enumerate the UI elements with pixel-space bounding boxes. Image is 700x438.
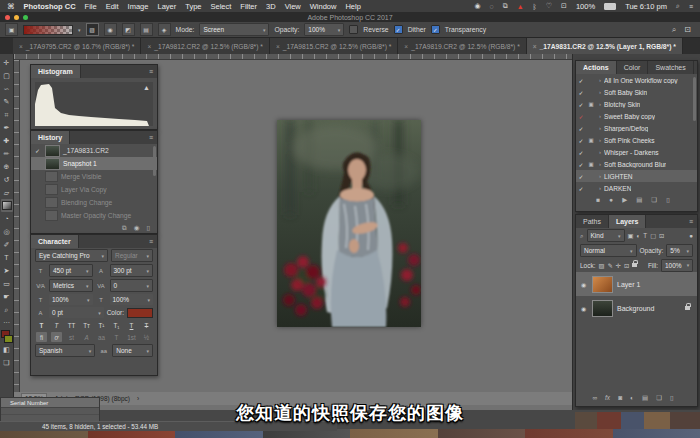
baseline-shift-field[interactable]: 0 pt: [49, 307, 104, 318]
panel-menu-icon[interactable]: ≡: [145, 235, 157, 248]
quick-mask-button[interactable]: ◧: [1, 343, 13, 356]
filter-type-layers-icon[interactable]: T: [643, 232, 647, 239]
tool-healing-brush[interactable]: ✚: [1, 134, 13, 147]
menu-select[interactable]: Select: [211, 2, 232, 11]
action-item-selected[interactable]: ✓›LIGHTEN: [576, 170, 697, 182]
filter-pixel-layers-icon[interactable]: ▣: [628, 232, 634, 239]
menu-3d[interactable]: 3D: [266, 2, 276, 11]
apple-menu[interactable]: ⌘: [7, 2, 15, 11]
adjustments-tab[interactable]: Adjustmen: [694, 61, 697, 74]
action-item[interactable]: ✓›Whisper - Darkens: [576, 146, 697, 158]
tool-crop[interactable]: ⌗: [1, 108, 13, 121]
play-action-icon[interactable]: ▶: [622, 196, 627, 204]
workspace-icon[interactable]: ⊡: [684, 25, 691, 35]
histogram-tab[interactable]: Histogram: [31, 65, 81, 78]
new-document-from-state-icon[interactable]: ⧉: [122, 224, 127, 232]
action-item[interactable]: ✓›All In One Workflow copy: [576, 74, 697, 86]
document-tab[interactable]: ×_17A9812.CR2 @ 12.5% (RGB/8*) *: [141, 38, 269, 54]
action-item[interactable]: ✓›Soft Baby Skin: [576, 86, 697, 98]
histogram-refresh-warning-icon[interactable]: ▲: [143, 84, 150, 91]
layer-filter-kind-select[interactable]: Kind: [587, 229, 625, 242]
warning-icon[interactable]: ▲: [517, 3, 524, 10]
linear-gradient-button[interactable]: ▨: [86, 23, 99, 36]
underline-button[interactable]: T: [126, 320, 137, 330]
faux-bold-button[interactable]: T: [36, 320, 47, 330]
history-item[interactable]: ✓ _17A9831.CR2: [31, 144, 157, 157]
menu-window[interactable]: Window: [310, 2, 337, 11]
bluetooth-icon[interactable]: ᛒ: [533, 3, 537, 10]
tool-path-selection[interactable]: ➤: [1, 264, 13, 277]
new-action-set-icon[interactable]: ▤: [636, 196, 642, 204]
history-item-disabled[interactable]: Master Opacity Change: [31, 209, 157, 222]
color-swatches[interactable]: [1, 330, 13, 343]
actions-scrollbar[interactable]: [693, 77, 696, 121]
layer-thumbnail[interactable]: [592, 300, 613, 317]
swash-button[interactable]: A: [81, 332, 92, 342]
close-tab-icon[interactable]: ×: [404, 43, 408, 50]
tool-marquee[interactable]: ▢: [1, 69, 13, 82]
font-style-select[interactable]: Regular: [111, 249, 153, 262]
tool-clone-stamp[interactable]: ⊕: [1, 160, 13, 173]
history-brush-source-icon[interactable]: ✓: [33, 147, 42, 154]
layer-blend-mode-select[interactable]: Normal: [580, 244, 637, 257]
tool-hand[interactable]: ☛: [1, 290, 13, 303]
titling-alternates-button[interactable]: T: [111, 332, 122, 342]
filter-shape-layers-icon[interactable]: ▢: [650, 232, 656, 239]
menu-filter[interactable]: Filter: [240, 2, 257, 11]
actions-tab[interactable]: Actions: [576, 61, 617, 74]
layer-thumbnail[interactable]: [592, 276, 613, 293]
screen-mode-button[interactable]: ❏: [1, 356, 13, 369]
blend-mode-select[interactable]: Screen: [199, 23, 269, 36]
new-action-icon[interactable]: ❏: [651, 196, 657, 204]
ligatures-button[interactable]: fi: [36, 332, 47, 342]
panel-menu-icon[interactable]: ≡: [145, 65, 157, 78]
record-status-icon[interactable]: ◉: [474, 2, 480, 10]
tool-pen[interactable]: ✐: [1, 238, 13, 251]
layer-visibility-icon[interactable]: ◉: [579, 305, 588, 312]
gradient-preview[interactable]: [23, 25, 73, 35]
tool-eyedropper[interactable]: ✒: [1, 121, 13, 134]
panel-menu-icon[interactable]: ≡: [685, 215, 697, 228]
language-select[interactable]: Spanish: [35, 344, 95, 357]
subscript-button[interactable]: T₁: [111, 320, 122, 330]
tool-gradient[interactable]: [1, 199, 13, 212]
text-color-swatch[interactable]: [127, 308, 153, 318]
lock-artboard-icon[interactable]: ⊡: [624, 262, 629, 269]
faux-italic-button[interactable]: T: [51, 320, 62, 330]
document-tab[interactable]: ×_17A9819.CR2 @ 12.5% (RGB/8*) *: [398, 38, 526, 54]
anti-alias-select[interactable]: None: [112, 344, 153, 357]
app-menu[interactable]: Photoshop CC: [24, 2, 76, 11]
menu-type[interactable]: Type: [185, 2, 201, 11]
layers-tab[interactable]: Layers: [609, 215, 647, 228]
paths-tab[interactable]: Paths: [576, 215, 609, 228]
radial-gradient-button[interactable]: ◉: [104, 23, 117, 36]
layer-opacity-select[interactable]: 5%: [666, 244, 693, 257]
lock-position-icon[interactable]: ✛: [616, 262, 621, 269]
document-tab[interactable]: ×_17A9795.CR2 @ 16.7% (RGB/8*) *: [13, 38, 141, 54]
diamond-gradient-button[interactable]: ◈: [158, 23, 171, 36]
tool-brush[interactable]: ✏: [1, 147, 13, 160]
tool-blur[interactable]: ◔: [1, 212, 13, 225]
horizontal-scale-field[interactable]: 100%: [110, 294, 154, 305]
background-color-swatch[interactable]: [4, 335, 13, 343]
fractions-button[interactable]: ½: [141, 332, 152, 342]
action-item[interactable]: ✓▣›Blotchy Skin: [576, 98, 697, 110]
font-family-select[interactable]: Eye Catching Pro: [35, 249, 108, 262]
menu-file[interactable]: File: [85, 2, 97, 11]
angle-gradient-button[interactable]: ◩: [122, 23, 135, 36]
history-item-selected[interactable]: Snapshot 1: [31, 157, 157, 170]
filter-toggle-icon[interactable]: ●: [689, 232, 693, 239]
delete-state-icon[interactable]: ▯: [146, 224, 150, 232]
gradient-picker-chevron-icon[interactable]: ▾: [78, 27, 81, 33]
new-snapshot-icon[interactable]: ◉: [134, 224, 140, 232]
character-tab[interactable]: Character: [31, 235, 79, 248]
panel-menu-icon[interactable]: ≡: [145, 131, 157, 144]
menubar-clock[interactable]: Tue 6:10 pm: [625, 2, 667, 11]
tool-zoom[interactable]: ⌕: [1, 303, 13, 316]
swatches-tab[interactable]: Swatches: [648, 61, 693, 74]
tool-history-brush[interactable]: ↺: [1, 173, 13, 186]
layer-row-layer1[interactable]: ◉ Layer 1: [576, 272, 697, 296]
spotlight-icon[interactable]: ⌕: [676, 2, 680, 10]
close-tab-icon[interactable]: ×: [19, 43, 23, 50]
discretionary-ligatures-button[interactable]: st: [66, 332, 77, 342]
